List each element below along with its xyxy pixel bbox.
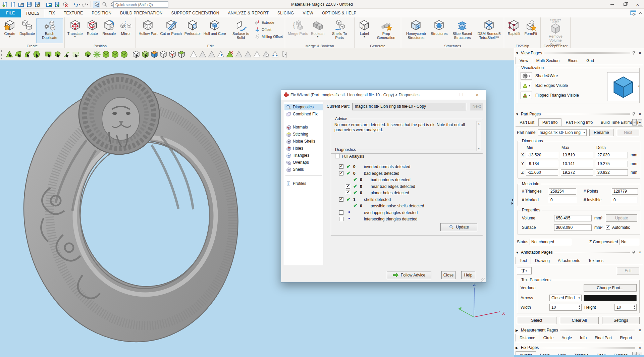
fix-nav-combined-fix[interactable]: Combined Fix	[284, 111, 323, 117]
menu-file[interactable]: FILE	[0, 9, 21, 17]
ribbon-button-rescale[interactable]: Rescale	[101, 18, 117, 43]
ribbon-button-milling-offset[interactable]: Milling Offset	[255, 34, 283, 40]
update-button[interactable]: Update	[440, 223, 477, 231]
menu-position[interactable]: POSITION	[87, 9, 116, 17]
automatic-checkbox[interactable]	[606, 225, 610, 230]
close-panel-icon[interactable]: ×	[637, 112, 643, 116]
ribbon-display-options-icon[interactable]	[630, 10, 637, 16]
expand-icon[interactable]: ▶	[516, 328, 521, 332]
ribbon-button-hollow-part[interactable]: Hollow Part	[137, 18, 159, 43]
triangle-cursor-blue-icon[interactable]	[216, 50, 225, 59]
diagnostic-checkbox[interactable]	[339, 164, 343, 169]
view-tab-view[interactable]: View	[516, 57, 532, 64]
rename-button[interactable]: Rename	[589, 129, 613, 136]
brush-selection-icon[interactable]	[83, 50, 92, 59]
mark-triangle-tool-icon[interactable]	[5, 50, 14, 59]
marked-field[interactable]: 0	[549, 197, 576, 203]
menu-tools[interactable]: TOOLS	[21, 9, 44, 17]
height-stepper[interactable]: 10▲▼	[614, 304, 637, 311]
measurement-tab-final-part[interactable]: Final Part	[591, 334, 616, 342]
fix-nav-holes[interactable]: Holes	[284, 145, 323, 152]
dim-y-delta-field[interactable]: 19.275	[596, 161, 628, 167]
polyline-selection-icon[interactable]	[62, 50, 71, 59]
menu-support-generation[interactable]: SUPPORT GENERATION	[167, 9, 224, 17]
ribbon-button-batch-duplicate[interactable]: Batch Duplicate	[36, 18, 63, 43]
fix-nav-triangles[interactable]: Triangles	[284, 152, 323, 159]
part-tab-part-list[interactable]: Part List	[516, 118, 538, 126]
full-analysis-checkbox[interactable]	[335, 154, 339, 158]
ribbon-button-rotate[interactable]: Rotate	[84, 18, 101, 43]
diagnostic-checkbox[interactable]	[346, 184, 350, 189]
save-icon[interactable]	[25, 1, 33, 8]
arrows-dropdown[interactable]: Closed Filled	[549, 295, 582, 301]
mark-curved-tool-icon[interactable]	[23, 50, 32, 59]
triangle-points-icon[interactable]	[270, 50, 279, 59]
diagnostic-checkbox[interactable]	[339, 171, 343, 175]
close-panel-icon[interactable]: ×	[637, 328, 643, 332]
triangle-view-4-icon[interactable]	[234, 50, 243, 59]
dim-y-min-field[interactable]: -9.134	[526, 161, 558, 167]
fix-nav-overlaps[interactable]: Overlaps	[284, 159, 323, 166]
ribbon-button-mirror[interactable]: Mirror	[117, 18, 134, 43]
cube-wire-icon[interactable]	[159, 50, 168, 59]
triangle-view-6-icon[interactable]	[252, 50, 261, 59]
ribbon-button-label[interactable]: ALabel▾	[356, 18, 373, 43]
new-scene-icon[interactable]	[9, 1, 17, 8]
restore-button[interactable]	[619, 0, 631, 9]
dropdown-caret-icon[interactable]: ▾	[74, 36, 76, 38]
fix-nav-stitching[interactable]: Stitching	[284, 131, 323, 138]
dim-z-max-field[interactable]: 19.272	[561, 169, 593, 176]
ribbon-button-duplicate[interactable]: Duplicate	[18, 18, 36, 43]
change-font-button[interactable]: Change Font...	[584, 284, 637, 292]
collapse-icon[interactable]: ▼	[516, 251, 521, 254]
next-button[interactable]: Next	[470, 103, 483, 110]
dialog-maximize-button[interactable]: ❒	[455, 90, 467, 100]
pin-icon[interactable]	[632, 112, 637, 116]
select-button[interactable]: Select	[517, 317, 556, 324]
preview-caret[interactable]: ▾	[638, 85, 640, 88]
close-panel-icon[interactable]: ×	[637, 250, 643, 254]
triangle-view-1-icon[interactable]	[189, 50, 198, 59]
advice-scrollbar[interactable]: ▲▼	[476, 121, 481, 151]
dialog-close-icon[interactable]: ×	[472, 90, 483, 100]
menu-options-help[interactable]: OPTIONS & HELP	[318, 9, 361, 17]
dialog-resize-grip[interactable]	[481, 278, 485, 282]
surface-field[interactable]: 3608.090	[554, 224, 592, 231]
save-all-icon[interactable]	[53, 1, 61, 8]
triangle-delete-icon[interactable]	[225, 50, 234, 59]
disc-selection-icon[interactable]	[101, 50, 110, 59]
measurement-tab-report[interactable]: Report	[616, 334, 636, 342]
diagnostic-checkbox[interactable]	[339, 210, 343, 215]
part-tab-part-fixing-info[interactable]: Part Fixing Info	[561, 118, 597, 126]
measurement-tab-angle[interactable]: Angle	[557, 334, 576, 342]
ribbon-button-offset[interactable]: Offset	[255, 27, 283, 33]
disc-selection-3-icon[interactable]	[119, 50, 128, 59]
open-file-icon[interactable]	[17, 1, 25, 8]
add-scene-icon[interactable]	[45, 1, 53, 8]
measurement-tab-circle[interactable]: Circle	[539, 334, 558, 342]
badedges-dropdown[interactable]: ▾	[521, 82, 532, 89]
collapse-ribbon-icon[interactable]	[639, 11, 643, 15]
fix-nav-shells[interactable]: Shells	[284, 166, 323, 173]
menu-slicing[interactable]: SLICING	[273, 9, 298, 17]
dim-x-min-field[interactable]: -13.520	[526, 152, 558, 158]
view-tab-multi-section[interactable]: Multi-Section	[532, 57, 564, 64]
dialog-minimize-button[interactable]: —	[441, 90, 452, 100]
rectangle-selection-icon[interactable]	[44, 50, 53, 59]
cube-marked-icon[interactable]	[141, 50, 150, 59]
dim-x-max-field[interactable]: 13.519	[561, 152, 593, 158]
dialog-title-bar[interactable]: Fix Wizard (Part: magics fix stl- Lion r…	[281, 90, 486, 100]
menu-build-preparation[interactable]: BUILD PREPARATION	[116, 9, 167, 17]
redo-icon[interactable]	[81, 1, 89, 8]
mark-plane-tool-icon[interactable]	[14, 50, 23, 59]
arrow-color-swatch[interactable]	[584, 295, 637, 301]
text-annotation-button[interactable]: T▾	[517, 267, 532, 274]
triangles-field[interactable]: 258254	[549, 188, 576, 195]
ribbon-button-extrude[interactable]: Extrude	[255, 19, 283, 26]
close-panel-icon[interactable]: ×	[637, 51, 643, 55]
view-tab-grid[interactable]: Grid	[582, 57, 598, 64]
clear-all-button[interactable]: Clear All	[560, 317, 599, 324]
undo-icon[interactable]	[73, 1, 80, 8]
star-selection-icon[interactable]	[92, 50, 101, 59]
current-part-dropdown[interactable]: magics fix stl- Lion ring stl file-10 - …	[352, 103, 466, 110]
